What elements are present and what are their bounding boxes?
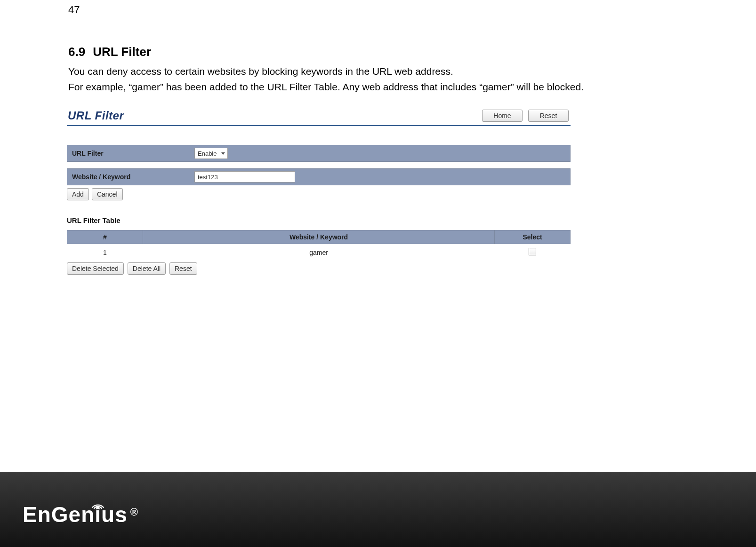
url-filter-select-wrap: Enable <box>194 148 228 159</box>
table-actions: Delete Selected Delete All Reset <box>67 261 571 275</box>
delete-selected-button[interactable]: Delete Selected <box>67 262 124 275</box>
panel-top-buttons: Home Reset <box>482 110 571 122</box>
url-filter-label: URL Filter <box>67 150 194 157</box>
website-keyword-input[interactable] <box>194 171 295 182</box>
section-number: 6.9 <box>68 45 85 59</box>
cell-select <box>495 244 571 261</box>
url-filter-table: # Website / Keyword Select 1 gamer <box>67 230 571 261</box>
panel-header: URL Filter Home Reset <box>67 108 571 126</box>
url-filter-table-heading: URL Filter Table <box>67 216 571 224</box>
panel-title: URL Filter <box>67 109 124 122</box>
table-header-row: # Website / Keyword Select <box>67 230 571 244</box>
col-header-index: # <box>67 230 143 244</box>
logo-i: i <box>95 502 101 527</box>
cell-keyword: gamer <box>143 244 495 261</box>
registered-mark: ® <box>130 506 138 518</box>
table-row: 1 gamer <box>67 244 571 261</box>
home-button[interactable]: Home <box>482 110 523 122</box>
footer-band: EnGenius® <box>0 472 756 547</box>
section-heading: 6.9URL Filter <box>68 45 151 59</box>
col-header-select: Select <box>495 230 571 244</box>
page-number: 47 <box>68 4 80 16</box>
logo-text-a: EnGen <box>23 502 95 527</box>
cancel-button[interactable]: Cancel <box>92 188 123 200</box>
col-header-keyword: Website / Keyword <box>143 230 495 244</box>
add-cancel-row: Add Cancel <box>67 185 571 200</box>
logo-text-b: us <box>101 502 128 527</box>
row-checkbox[interactable] <box>529 248 536 255</box>
website-keyword-label: Website / Keyword <box>67 173 194 181</box>
add-button[interactable]: Add <box>67 188 89 200</box>
delete-all-button[interactable]: Delete All <box>128 262 166 275</box>
reset-button[interactable]: Reset <box>528 110 569 122</box>
url-filter-row: URL Filter Enable <box>67 145 571 162</box>
wifi-icon <box>91 489 105 515</box>
intro-text: You can deny access to certain websites … <box>68 64 584 95</box>
engenius-logo: EnGenius® <box>23 502 138 527</box>
website-keyword-row: Website / Keyword <box>67 168 571 185</box>
url-filter-panel: URL Filter Home Reset URL Filter Enable … <box>67 108 571 275</box>
url-filter-select[interactable]: Enable <box>194 148 228 159</box>
section-title: URL Filter <box>93 45 151 59</box>
reset-table-button[interactable]: Reset <box>169 262 197 275</box>
cell-index: 1 <box>67 244 143 261</box>
intro-line-1: You can deny access to certain websites … <box>68 64 584 79</box>
intro-line-2: For example, “gamer” has been added to t… <box>68 79 584 95</box>
